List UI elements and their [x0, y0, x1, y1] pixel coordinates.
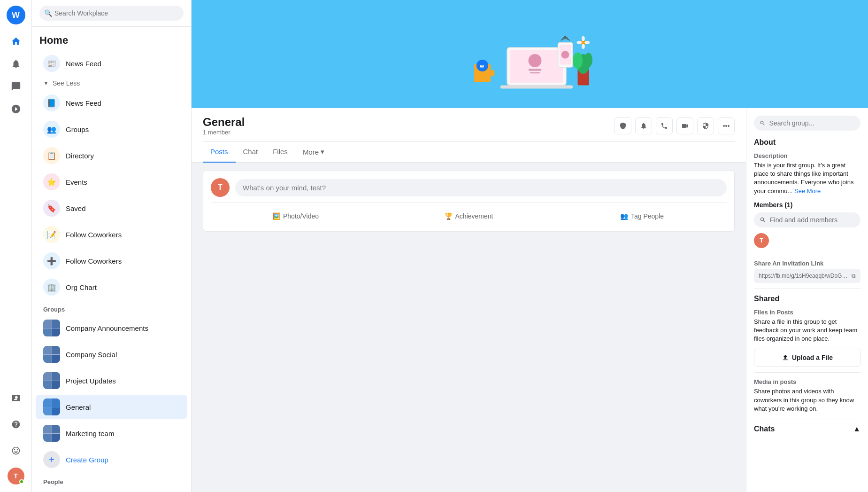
sidebar-item-follow-coworkers[interactable]: ➕ Follow Coworkers [36, 249, 187, 273]
video-btn[interactable] [676, 117, 693, 134]
notification-btn[interactable] [635, 117, 652, 134]
find-members-input[interactable]: Find and add members [754, 212, 860, 227]
company-social-avatar [43, 346, 60, 363]
achievement-icon: 🏆 [445, 212, 453, 220]
sidebar-item-news-feed[interactable]: 📰 News Feed [36, 51, 187, 76]
help-icon[interactable] [7, 415, 25, 434]
create-group-icon: + [43, 451, 60, 468]
rs-search[interactable] [754, 116, 860, 131]
groups-label: Groups [66, 125, 180, 133]
see-less-row[interactable]: ▼ See Less [36, 78, 187, 89]
saved-icon: 🔖 [43, 200, 60, 217]
group-name: General [203, 116, 245, 129]
admin-btn[interactable] [615, 117, 631, 134]
news-feed-label: News Feed [66, 60, 180, 68]
emoji-icon[interactable] [7, 441, 25, 460]
composer-actions: 🖼️ Photo/Video 🏆 Achievement 👥 Tag Peopl… [211, 203, 727, 224]
sidebar-group-company-social[interactable]: Company Social [36, 342, 187, 367]
sidebar-item-events[interactable]: ⭐ Events [36, 170, 187, 194]
knowledge-library-icon: 📘 [43, 94, 60, 111]
project-updates-avatar [43, 372, 60, 389]
tab-chat[interactable]: Chat [236, 142, 266, 163]
group-members: 1 member [203, 129, 245, 136]
follow-coworkers-icon: ➕ [43, 252, 60, 269]
user-avatar[interactable]: T [8, 468, 24, 484]
phone-btn[interactable] [656, 117, 673, 134]
about-title: About [754, 138, 860, 147]
svg-text:W: W [479, 63, 484, 69]
feedback-icon[interactable] [7, 389, 25, 407]
upload-file-btn[interactable]: Upload a File [754, 349, 860, 367]
see-more-link[interactable]: See More [794, 187, 821, 195]
project-updates-label: Project Updates [66, 377, 116, 385]
tag-people-btn[interactable]: 👥 Tag People [557, 209, 727, 224]
copy-link-icon[interactable]: ⧉ [852, 273, 856, 279]
svg-point-13 [564, 36, 566, 38]
sidebar-item-org-chart[interactable]: 🏢 Org Chart [36, 275, 187, 299]
tab-more[interactable]: More ▾ [295, 142, 332, 163]
create-group-item[interactable]: + Create Group [36, 447, 187, 472]
svg-point-6 [528, 54, 541, 67]
rs-search-icon [760, 120, 766, 126]
rs-search-input[interactable] [769, 119, 855, 127]
sidebar-item-groups[interactable]: 👥 Groups [36, 117, 187, 141]
messages-icon[interactable] [7, 77, 25, 96]
directory-label: Directory [66, 152, 180, 160]
sidebar-group-marketing-team[interactable]: Marketing team [36, 421, 187, 445]
groups-icon: 👥 [43, 121, 60, 138]
shared-title: Shared [754, 295, 860, 303]
group-main: General 1 member [192, 108, 746, 492]
invitation-label: Share An Invitation Link [754, 260, 860, 267]
more-options-btn[interactable]: ••• [718, 117, 735, 134]
main-content: W [192, 0, 868, 492]
sidebar-group-company-announcements[interactable]: Company Announcements [36, 316, 187, 340]
tab-posts[interactable]: Posts [203, 142, 236, 163]
sidebar-group-project-updates[interactable]: Project Updates [36, 368, 187, 393]
general-label: General [66, 403, 91, 411]
svg-rect-8 [530, 72, 540, 74]
member-row: T [754, 233, 860, 248]
photo-video-btn[interactable]: 🖼️ Photo/Video [211, 209, 380, 224]
group-header: General 1 member [192, 108, 746, 163]
notification-icon[interactable] [7, 55, 25, 73]
tab-files[interactable]: Files [265, 142, 295, 163]
achievement-label: Achievement [455, 212, 493, 220]
app-logo[interactable]: W [7, 6, 25, 24]
member-avatar: T [754, 233, 769, 248]
sidebar-search-icon: 🔍 [44, 9, 52, 17]
tag-people-icon: 👥 [620, 212, 628, 220]
svg-point-12 [561, 51, 569, 59]
sidebar-search-area: 🔍 [32, 0, 191, 27]
svg-point-19 [576, 41, 582, 44]
divider-2 [754, 289, 860, 289]
sidebar-item-notes[interactable]: 📝 Follow Coworkers [36, 222, 187, 247]
sidebar-group-general[interactable]: General [36, 395, 187, 419]
sidebar-item-directory[interactable]: 📋 Directory [36, 143, 187, 168]
chevron-icon: ▼ [43, 80, 49, 86]
invite-coworkers-item[interactable]: + Invite Coworkers [36, 488, 187, 492]
sidebar-search-input[interactable] [39, 6, 184, 21]
photo-video-icon: 🖼️ [272, 212, 280, 220]
sidebar-item-saved[interactable]: 🔖 Saved [36, 196, 187, 220]
banner-illustration: W [192, 0, 868, 108]
group-banner: W [192, 0, 868, 108]
files-desc: Share a file in this group to get feedba… [754, 318, 860, 344]
svg-rect-9 [500, 86, 573, 89]
svg-point-16 [573, 53, 583, 69]
news-feed-icon: 📰 [43, 55, 60, 72]
sidebar-item-knowledge-library[interactable]: 📘 News Feed [36, 91, 187, 115]
chats-chevron-icon[interactable]: ▲ [853, 425, 860, 433]
icon-bar: W T [0, 0, 32, 492]
integrations-icon[interactable] [7, 100, 25, 118]
company-announcements-label: Company Announcements [66, 324, 148, 332]
svg-point-22 [581, 44, 584, 49]
composer-input[interactable] [235, 179, 727, 196]
shield-btn[interactable] [697, 117, 714, 134]
right-sidebar: About Description This is your first gro… [746, 108, 868, 492]
photo-video-label: Photo/Video [283, 212, 319, 220]
find-members-search-icon [760, 217, 766, 223]
chats-section: Chats ▲ [754, 425, 860, 433]
achievement-btn[interactable]: 🏆 Achievement [384, 209, 553, 224]
home-icon[interactable] [7, 32, 25, 51]
chats-title: Chats [754, 425, 775, 433]
